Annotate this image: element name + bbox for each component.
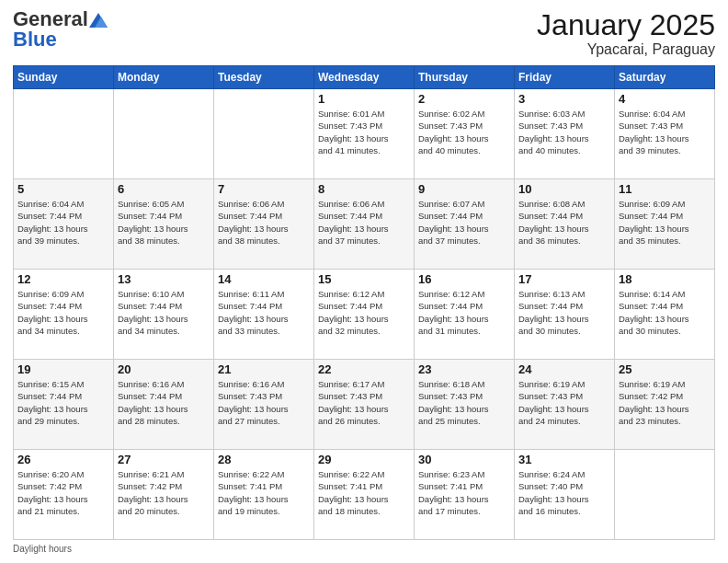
- logo-text: General: [13, 9, 108, 29]
- day-info: Sunrise: 6:22 AMSunset: 7:41 PMDaylight:…: [318, 468, 410, 517]
- day-info: Sunrise: 6:09 AMSunset: 7:44 PMDaylight:…: [17, 288, 109, 337]
- calendar-week-5: 26Sunrise: 6:20 AMSunset: 7:42 PMDayligh…: [14, 450, 715, 540]
- day-number: 28: [218, 453, 310, 466]
- logo-icon: [89, 13, 108, 28]
- day-info: Sunrise: 6:11 AMSunset: 7:44 PMDaylight:…: [218, 288, 310, 337]
- day-info: Sunrise: 6:13 AMSunset: 7:44 PMDaylight:…: [518, 288, 610, 337]
- calendar-cell: 13Sunrise: 6:10 AMSunset: 7:44 PMDayligh…: [114, 270, 214, 360]
- calendar-cell: 31Sunrise: 6:24 AMSunset: 7:40 PMDayligh…: [515, 450, 615, 540]
- day-number: 6: [118, 182, 210, 196]
- daylight-label: Daylight hours: [13, 544, 72, 554]
- calendar-cell: 26Sunrise: 6:20 AMSunset: 7:42 PMDayligh…: [14, 450, 114, 540]
- day-info: Sunrise: 6:05 AMSunset: 7:44 PMDaylight:…: [118, 198, 210, 247]
- calendar-cell: 14Sunrise: 6:11 AMSunset: 7:44 PMDayligh…: [214, 270, 314, 360]
- day-number: 25: [619, 362, 711, 376]
- day-number: 12: [17, 272, 109, 286]
- day-number: 15: [318, 272, 410, 286]
- calendar-week-4: 19Sunrise: 6:15 AMSunset: 7:44 PMDayligh…: [14, 360, 715, 450]
- calendar-cell: 30Sunrise: 6:23 AMSunset: 7:41 PMDayligh…: [415, 450, 515, 540]
- calendar-header-sunday: Sunday: [14, 66, 114, 89]
- calendar-cell: 4Sunrise: 6:04 AMSunset: 7:43 PMDaylight…: [615, 89, 715, 179]
- day-number: 4: [619, 92, 711, 106]
- day-number: 17: [518, 272, 610, 286]
- calendar-week-1: 1Sunrise: 6:01 AMSunset: 7:43 PMDaylight…: [14, 89, 715, 179]
- day-number: 5: [17, 182, 109, 196]
- logo-blue: Blue: [13, 28, 57, 51]
- calendar-cell: [615, 450, 715, 540]
- location: Ypacarai, Paraguay: [537, 41, 715, 58]
- day-info: Sunrise: 6:18 AMSunset: 7:43 PMDaylight:…: [418, 378, 510, 427]
- calendar-cell: 22Sunrise: 6:17 AMSunset: 7:43 PMDayligh…: [314, 360, 415, 450]
- calendar-header-tuesday: Tuesday: [214, 66, 314, 89]
- day-number: 26: [17, 453, 109, 466]
- day-number: 8: [318, 182, 410, 196]
- page: General Blue January 2025 Ypacarai, Para…: [0, 0, 728, 563]
- day-info: Sunrise: 6:10 AMSunset: 7:44 PMDaylight:…: [118, 288, 210, 337]
- calendar-cell: 15Sunrise: 6:12 AMSunset: 7:44 PMDayligh…: [314, 270, 415, 360]
- month-title: January 2025: [537, 9, 715, 41]
- calendar-cell: [14, 89, 114, 179]
- title-block: January 2025 Ypacarai, Paraguay: [537, 9, 715, 58]
- day-info: Sunrise: 6:01 AMSunset: 7:43 PMDaylight:…: [318, 108, 410, 156]
- day-number: 11: [619, 182, 711, 196]
- day-info: Sunrise: 6:16 AMSunset: 7:43 PMDaylight:…: [218, 378, 310, 427]
- day-number: 16: [418, 272, 510, 286]
- calendar-cell: 3Sunrise: 6:03 AMSunset: 7:43 PMDaylight…: [515, 89, 615, 179]
- logo: General Blue: [13, 9, 108, 50]
- day-number: 27: [118, 453, 210, 466]
- day-number: 24: [518, 362, 610, 376]
- day-info: Sunrise: 6:02 AMSunset: 7:43 PMDaylight:…: [418, 108, 510, 156]
- calendar-cell: 20Sunrise: 6:16 AMSunset: 7:44 PMDayligh…: [114, 360, 214, 450]
- calendar-table: SundayMondayTuesdayWednesdayThursdayFrid…: [13, 65, 715, 540]
- day-number: 19: [17, 362, 109, 376]
- day-info: Sunrise: 6:06 AMSunset: 7:44 PMDaylight:…: [218, 198, 310, 247]
- calendar-cell: 7Sunrise: 6:06 AMSunset: 7:44 PMDaylight…: [214, 179, 314, 270]
- day-info: Sunrise: 6:07 AMSunset: 7:44 PMDaylight:…: [418, 198, 510, 247]
- day-number: 9: [418, 182, 510, 196]
- day-info: Sunrise: 6:19 AMSunset: 7:42 PMDaylight:…: [619, 378, 711, 427]
- calendar-cell: 6Sunrise: 6:05 AMSunset: 7:44 PMDaylight…: [114, 179, 214, 270]
- day-number: 21: [218, 362, 310, 376]
- footer: Daylight hours: [13, 544, 715, 554]
- calendar-header-monday: Monday: [114, 66, 214, 89]
- day-info: Sunrise: 6:15 AMSunset: 7:44 PMDaylight:…: [17, 378, 109, 427]
- calendar-header-wednesday: Wednesday: [314, 66, 415, 89]
- day-number: 7: [218, 182, 310, 196]
- calendar-cell: 29Sunrise: 6:22 AMSunset: 7:41 PMDayligh…: [314, 450, 415, 540]
- day-info: Sunrise: 6:12 AMSunset: 7:44 PMDaylight:…: [318, 288, 410, 337]
- day-info: Sunrise: 6:06 AMSunset: 7:44 PMDaylight:…: [318, 198, 410, 247]
- day-number: 23: [418, 362, 510, 376]
- calendar-cell: 28Sunrise: 6:22 AMSunset: 7:41 PMDayligh…: [214, 450, 314, 540]
- calendar-cell: [214, 89, 314, 179]
- day-number: 14: [218, 272, 310, 286]
- day-info: Sunrise: 6:12 AMSunset: 7:44 PMDaylight:…: [418, 288, 510, 337]
- calendar-week-2: 5Sunrise: 6:04 AMSunset: 7:44 PMDaylight…: [14, 179, 715, 270]
- day-number: 3: [518, 92, 610, 106]
- day-number: 20: [118, 362, 210, 376]
- calendar-cell: 1Sunrise: 6:01 AMSunset: 7:43 PMDaylight…: [314, 89, 415, 179]
- day-number: 2: [418, 92, 510, 106]
- calendar-cell: 16Sunrise: 6:12 AMSunset: 7:44 PMDayligh…: [415, 270, 515, 360]
- calendar-header-friday: Friday: [515, 66, 615, 89]
- day-info: Sunrise: 6:04 AMSunset: 7:43 PMDaylight:…: [619, 108, 711, 156]
- calendar-cell: 10Sunrise: 6:08 AMSunset: 7:44 PMDayligh…: [515, 179, 615, 270]
- day-number: 29: [318, 453, 410, 466]
- day-info: Sunrise: 6:23 AMSunset: 7:41 PMDaylight:…: [418, 468, 510, 517]
- day-number: 31: [518, 453, 610, 466]
- day-info: Sunrise: 6:24 AMSunset: 7:40 PMDaylight:…: [518, 468, 610, 517]
- calendar-header-thursday: Thursday: [415, 66, 515, 89]
- calendar-cell: 19Sunrise: 6:15 AMSunset: 7:44 PMDayligh…: [14, 360, 114, 450]
- day-number: 13: [118, 272, 210, 286]
- calendar-header-row: SundayMondayTuesdayWednesdayThursdayFrid…: [14, 66, 715, 89]
- calendar-header-saturday: Saturday: [615, 66, 715, 89]
- calendar-cell: 8Sunrise: 6:06 AMSunset: 7:44 PMDaylight…: [314, 179, 415, 270]
- day-number: 30: [418, 453, 510, 466]
- calendar-cell: 25Sunrise: 6:19 AMSunset: 7:42 PMDayligh…: [615, 360, 715, 450]
- calendar-cell: 21Sunrise: 6:16 AMSunset: 7:43 PMDayligh…: [214, 360, 314, 450]
- day-info: Sunrise: 6:04 AMSunset: 7:44 PMDaylight:…: [17, 198, 109, 247]
- day-number: 1: [318, 92, 410, 106]
- day-info: Sunrise: 6:22 AMSunset: 7:41 PMDaylight:…: [218, 468, 310, 517]
- calendar-cell: 18Sunrise: 6:14 AMSunset: 7:44 PMDayligh…: [615, 270, 715, 360]
- day-info: Sunrise: 6:09 AMSunset: 7:44 PMDaylight:…: [619, 198, 711, 247]
- calendar-cell: 11Sunrise: 6:09 AMSunset: 7:44 PMDayligh…: [615, 179, 715, 270]
